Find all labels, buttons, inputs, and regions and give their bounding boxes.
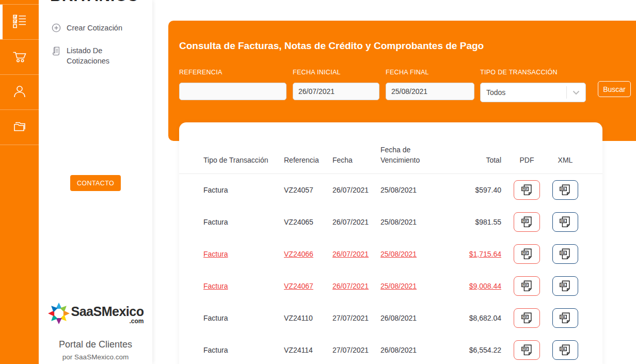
- shopping-cart-icon: [12, 49, 27, 66]
- sidebar-item-cart[interactable]: [0, 40, 39, 75]
- pdf-download-button[interactable]: PDF: [514, 276, 540, 296]
- table-row: Factura VZ24066 26/07/2021 25/08/2021 $1…: [179, 238, 602, 270]
- cell-fecha-vencimiento: 25/08/2021: [380, 282, 442, 290]
- cell-referencia: VZ24057: [284, 186, 332, 194]
- sidebar-item-quotes[interactable]: [0, 5, 39, 40]
- cell-referencia: VZ24067: [284, 282, 332, 290]
- folder-icon: [12, 119, 27, 136]
- fecha-final-field-group: FECHA FINAL: [386, 69, 474, 100]
- header-tipo-transaccion: Tipo de Transacción: [203, 155, 284, 165]
- table-header-row: Tipo de Transacción Referencia Fecha Fec…: [179, 122, 602, 174]
- scroll-icon: [52, 46, 61, 58]
- plus-circle-icon: [52, 23, 61, 35]
- fecha-inicial-label: FECHA INICIAL: [293, 69, 379, 76]
- pdf-download-button[interactable]: PDF: [514, 180, 540, 200]
- cell-fecha-vencimiento: 25/08/2021: [380, 186, 442, 194]
- pdf-download-button[interactable]: PDF: [514, 308, 540, 328]
- cell-referencia: VZ24065: [284, 218, 332, 226]
- xml-download-button[interactable]: XML: [552, 180, 578, 200]
- table-row: Factura VZ24065 26/07/2021 25/08/2021 $9…: [179, 206, 602, 238]
- xml-download-button[interactable]: XML: [552, 212, 578, 232]
- svg-text:PDF: PDF: [522, 348, 527, 351]
- portal-title: Portal de Clientes: [39, 339, 152, 350]
- xml-download-button[interactable]: XML: [552, 276, 578, 296]
- tipo-transaccion-field-group: TIPO DE TRANSACCIÓN Todos: [480, 69, 586, 102]
- contact-button[interactable]: CONTACTO: [70, 175, 121, 191]
- svg-text:XML: XML: [561, 316, 566, 319]
- fecha-inicial-input[interactable]: [293, 83, 379, 100]
- menu-item-label: Crear Cotización: [67, 23, 122, 33]
- tipo-transaccion-select[interactable]: Todos: [480, 83, 586, 102]
- xml-download-button[interactable]: XML: [552, 340, 578, 360]
- header-pdf: PDF: [501, 155, 552, 165]
- icon-rail-sidebar: [0, 0, 39, 364]
- select-value: Todos: [481, 88, 566, 97]
- xml-download-button[interactable]: XML: [552, 244, 578, 264]
- cell-tipo-transaccion: Factura: [203, 346, 284, 354]
- cell-fecha: 26/07/2021: [332, 186, 380, 194]
- referencia-input[interactable]: [179, 83, 287, 100]
- svg-text:PDF: PDF: [522, 220, 527, 223]
- cell-total: $1,715.64: [442, 250, 501, 258]
- cell-fecha-vencimiento: 25/08/2021: [380, 250, 442, 258]
- page-title: Consulta de Facturas, Notas de Crédito y…: [179, 40, 484, 52]
- tipo-transaccion-label: TIPO DE TRANSACCIÓN: [480, 69, 586, 76]
- cell-referencia: VZ24066: [284, 250, 332, 258]
- sidebar-item-documents[interactable]: [0, 110, 39, 145]
- cell-referencia: VZ24110: [284, 314, 332, 322]
- svg-text:XML: XML: [561, 220, 566, 223]
- header-fecha-vencimiento: Fecha de Vencimiento: [380, 145, 442, 165]
- menu-item-label: Listado De Cotizaciones: [67, 45, 142, 66]
- fecha-final-label: FECHA FINAL: [386, 69, 474, 76]
- table-row: Factura VZ24114 27/07/2021 26/08/2021 $6…: [179, 334, 602, 364]
- cell-fecha: 26/07/2021: [332, 250, 380, 258]
- header-referencia: Referencia: [284, 155, 332, 165]
- fecha-inicial-field-group: FECHA INICIAL: [293, 69, 379, 100]
- svg-text:XML: XML: [561, 348, 566, 351]
- cell-tipo-transaccion: Factura: [203, 314, 284, 322]
- cell-fecha-vencimiento: 26/08/2021: [380, 314, 442, 322]
- referencia-label: REFERENCIA: [179, 69, 287, 76]
- svg-text:PDF: PDF: [522, 284, 527, 287]
- referencia-field-group: REFERENCIA: [179, 69, 287, 100]
- cell-total: $9,008.44: [442, 282, 501, 290]
- xml-download-button[interactable]: XML: [552, 308, 578, 328]
- chevron-down-icon: [567, 90, 585, 95]
- cell-total: $597.40: [442, 186, 501, 194]
- header-fecha: Fecha: [332, 155, 380, 165]
- cell-tipo-transaccion: Factura: [203, 282, 284, 290]
- pdf-download-button[interactable]: PDF: [514, 212, 540, 232]
- saasmexico-logo: SaaSMexico .com: [39, 302, 152, 327]
- checklist-icon: [12, 13, 27, 31]
- cell-tipo-transaccion: Factura: [203, 186, 284, 194]
- svg-text:PDF: PDF: [522, 188, 527, 191]
- client-logo: BRITANICO: [39, 0, 152, 5]
- fecha-final-input[interactable]: [386, 83, 474, 100]
- cell-total: $8,682.04: [442, 314, 501, 322]
- cell-tipo-transaccion: Factura: [203, 218, 284, 226]
- portal-footer: SaaSMexico .com Portal de Clientes por S…: [39, 302, 152, 361]
- user-icon: [12, 84, 27, 101]
- portal-subtitle: por SaaSMexico.com: [39, 353, 152, 361]
- menu-item-listado-cotizaciones[interactable]: Listado De Cotizaciones: [52, 45, 142, 66]
- svg-text:PDF: PDF: [522, 252, 527, 255]
- cell-total: $981.55: [442, 218, 501, 226]
- menu-item-crear-cotizacion[interactable]: Crear Cotización: [52, 23, 142, 35]
- pdf-download-button[interactable]: PDF: [514, 244, 540, 264]
- cell-fecha: 27/07/2021: [332, 314, 380, 322]
- header-total: Total: [442, 155, 501, 165]
- saasmexico-star-icon: [47, 302, 70, 327]
- svg-text:XML: XML: [561, 252, 566, 255]
- cell-total: $6,554.22: [442, 346, 501, 354]
- table-body: Factura VZ24057 26/07/2021 25/08/2021 $5…: [179, 174, 602, 364]
- table-row: Factura VZ24110 27/07/2021 26/08/2021 $8…: [179, 302, 602, 334]
- cell-fecha: 27/07/2021: [332, 346, 380, 354]
- cell-fecha: 26/07/2021: [332, 218, 380, 226]
- sidebar-item-profile[interactable]: [0, 75, 39, 110]
- cell-fecha-vencimiento: 25/08/2021: [380, 218, 442, 226]
- svg-text:XML: XML: [561, 284, 566, 287]
- menu-sidebar: BRITANICO Crear Cotización Listado De Co…: [39, 0, 152, 364]
- search-button[interactable]: Buscar: [598, 81, 631, 97]
- pdf-download-button[interactable]: PDF: [514, 340, 540, 360]
- header-xml: XML: [552, 155, 578, 165]
